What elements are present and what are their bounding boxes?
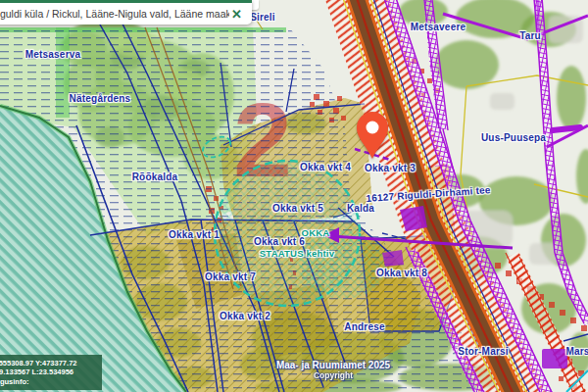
pin-hole bbox=[367, 122, 379, 134]
copyright-text: Copyright bbox=[276, 370, 390, 380]
location-pin-marker[interactable] bbox=[351, 108, 394, 163]
attribution-text: Maa- ja Ruumiamet 2025 bbox=[276, 360, 390, 370]
close-icon[interactable]: ✕ bbox=[229, 7, 244, 22]
search-result-bar[interactable]: Riguldi küla / Rickul, Lääne-Nigula vald… bbox=[0, 0, 252, 24]
coords-xy: X:6555308.97 Y:473377.72 bbox=[0, 359, 97, 368]
coordinates-box: X:6555308.97 Y:473377.72 B:59.133567 L:2… bbox=[0, 355, 102, 391]
coords-bl: B:59.133567 L:23.534956 bbox=[0, 368, 97, 377]
search-result-text: Riguldi küla / Rickul, Lääne-Nigula vald… bbox=[0, 8, 229, 20]
map-viewport[interactable]: 2 bbox=[0, 0, 588, 392]
coords-height-label: Kõrgusinfo: bbox=[0, 377, 97, 387]
map-canvas: 2 bbox=[0, 0, 588, 392]
pin-body bbox=[357, 112, 388, 159]
map-attribution: Maa- ja Ruumiamet 2025 Copyright bbox=[276, 360, 390, 380]
